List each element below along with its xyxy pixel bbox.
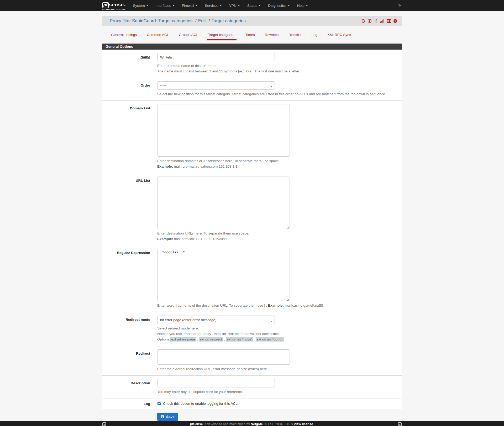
logo-trademark: ® bbox=[124, 5, 125, 7]
redirect-mode-help: Select redirect mode here. Note: if you … bbox=[157, 326, 402, 342]
panel-title: General Options bbox=[102, 44, 402, 50]
tab[interactable]: Log bbox=[307, 30, 323, 40]
redirect-option-token: ext url redirect bbox=[199, 337, 223, 342]
name-input[interactable] bbox=[157, 53, 275, 61]
tab[interactable]: Rewrites bbox=[260, 30, 284, 40]
url-list-row: URL List Enter destination URLs here. To… bbox=[102, 173, 402, 246]
chevron-down-icon bbox=[288, 5, 290, 6]
breadcrumb: Proxy filter SquidGuard: Target categori… bbox=[107, 18, 246, 24]
tab[interactable]: General settings bbox=[106, 30, 142, 40]
chevron-down-icon bbox=[195, 5, 197, 6]
stop-service-icon[interactable] bbox=[368, 19, 372, 23]
breadcrumb-separator: / bbox=[209, 18, 210, 23]
logo-edition-text: COMMUNITY EDITION bbox=[102, 8, 126, 10]
redirect-row: Redirect Enter the external redirection … bbox=[102, 346, 402, 376]
breadcrumb-separator: / bbox=[195, 18, 197, 23]
order-select-wrap: ----- bbox=[157, 83, 275, 87]
top-navbar: pf sense ® COMMUNITY EDITION System Inte… bbox=[0, 0, 504, 11]
help-icon[interactable]: ? bbox=[393, 19, 397, 23]
regular-expression-label: Regular Expression bbox=[102, 249, 150, 308]
navbar-menu-item[interactable]: Interfaces bbox=[152, 0, 178, 11]
footer: ▲ pfSense is developed and maintained by… bbox=[0, 421, 504, 426]
redirect-help: Enter the external redirection URL, erro… bbox=[157, 366, 402, 372]
description-row: Description You may enter any descriptio… bbox=[102, 376, 402, 398]
related-log-icon[interactable] bbox=[387, 19, 391, 23]
header-action-icons: ? bbox=[361, 19, 397, 23]
view-license-link[interactable]: View license. bbox=[294, 422, 314, 426]
redirect-label: Redirect bbox=[102, 349, 150, 372]
navbar-menu-item[interactable]: System bbox=[129, 0, 152, 11]
order-label: Order bbox=[102, 81, 150, 97]
tab-bar: General settings Common ACL Groups ACL T… bbox=[102, 30, 402, 40]
tab[interactable]: Times bbox=[240, 30, 260, 40]
navbar-menu-item[interactable]: Firewall bbox=[178, 0, 201, 11]
breadcrumb-link[interactable]: Target categories bbox=[212, 18, 246, 23]
breadcrumb-link[interactable]: Edit bbox=[198, 18, 206, 23]
footer-text: pfSense is developed and maintained by N… bbox=[190, 422, 314, 426]
tab[interactable]: Groups ACL bbox=[174, 30, 203, 40]
name-row: Name Enter a unique name of this rule he… bbox=[102, 50, 402, 78]
redirect-option-token: ext url as 'found'. bbox=[256, 337, 284, 342]
chevron-down-icon bbox=[172, 5, 175, 6]
chevron-down-icon bbox=[238, 5, 240, 6]
chevron-down-icon bbox=[220, 5, 222, 6]
chevron-down-icon bbox=[306, 5, 308, 6]
navbar-menu-item[interactable]: Diagnostics bbox=[264, 0, 293, 11]
redirect-mode-row: Redirect mode int error page (enter erro… bbox=[102, 312, 402, 346]
page: pf sense ® COMMUNITY EDITION System Inte… bbox=[0, 0, 504, 426]
redirect-option-token: ext url err page bbox=[170, 337, 196, 342]
sign-out-icon[interactable] bbox=[397, 3, 402, 8]
save-icon bbox=[161, 415, 164, 418]
regular-expression-row: Regular Expression .*google\..* Enter wo… bbox=[102, 245, 402, 312]
pfsense-logo[interactable]: pf sense ® COMMUNITY EDITION bbox=[102, 0, 126, 11]
tab[interactable]: Blacklist bbox=[284, 30, 307, 40]
general-options-panel: General Options Name Enter a unique name… bbox=[102, 44, 402, 409]
tab[interactable]: Common ACL bbox=[142, 30, 174, 40]
redirect-mode-label: Redirect mode bbox=[102, 316, 150, 342]
description-help: You may enter any description here for y… bbox=[157, 389, 402, 395]
name-label: Name bbox=[102, 53, 150, 74]
navbar-menu-item[interactable]: VPN bbox=[225, 0, 244, 11]
url-list-label: URL List bbox=[102, 177, 150, 242]
redirect-mode-select[interactable]: int error page (enter error message) bbox=[157, 316, 275, 324]
redirect-textarea[interactable] bbox=[157, 349, 290, 365]
status-graph-icon[interactable] bbox=[380, 19, 385, 23]
scroll-top-left-icon[interactable]: ▲ bbox=[102, 422, 106, 426]
redirect-option-token: ext url as 'move' bbox=[226, 337, 253, 342]
restart-service-icon[interactable] bbox=[361, 19, 365, 23]
domain-list-help: Enter destination domains or IP-addresse… bbox=[157, 158, 402, 169]
log-label: Log bbox=[102, 401, 150, 406]
order-row: Order ----- Select the new position for … bbox=[102, 78, 402, 101]
netgate-link[interactable]: Netgate. bbox=[251, 422, 264, 426]
breadcrumb-link[interactable]: Proxy filter SquidGuard: Target categori… bbox=[110, 18, 192, 23]
redirect-mode-options-line: Options:ext url err page , ext url redir… bbox=[157, 337, 402, 342]
logo-sense-text: sense bbox=[109, 2, 124, 8]
order-select[interactable]: ----- bbox=[157, 81, 275, 90]
logo-pf-mark: pf bbox=[102, 2, 109, 8]
tab[interactable]: XMLRPC Sync bbox=[322, 30, 356, 40]
regular-expression-textarea[interactable]: .*google\..* bbox=[157, 249, 290, 301]
tab[interactable]: Target categories bbox=[203, 30, 240, 40]
page-header-bar: Proxy filter SquidGuard: Target categori… bbox=[102, 16, 402, 26]
domain-list-row: Domain List Enter destination domains or… bbox=[102, 101, 402, 173]
log-checkbox[interactable] bbox=[158, 402, 161, 405]
name-help: Enter a unique name of this rule here. T… bbox=[157, 63, 402, 74]
related-settings-icon[interactable] bbox=[374, 19, 378, 23]
chevron-down-icon bbox=[146, 5, 148, 6]
navbar-menu-item[interactable]: Status bbox=[244, 0, 264, 11]
svg-text:?: ? bbox=[395, 20, 396, 23]
navbar-menu-item[interactable]: Services bbox=[201, 0, 225, 11]
regular-expression-help: Enter word fragments of the destination … bbox=[157, 303, 402, 308]
scroll-top-right-icon[interactable]: ▲ bbox=[398, 422, 402, 426]
save-button[interactable]: Save bbox=[157, 413, 178, 421]
order-help: Select the new position for this target … bbox=[157, 92, 402, 97]
log-checkbox-text: Check this option to enable logging for … bbox=[163, 402, 238, 406]
navbar-menu-item[interactable]: Help bbox=[293, 0, 312, 11]
url-list-help: Enter destination URLs here. To separate… bbox=[157, 231, 402, 242]
domain-list-textarea[interactable] bbox=[157, 104, 290, 157]
navbar-menu: System Interfaces Firewall Services VPN … bbox=[129, 0, 312, 11]
url-list-textarea[interactable] bbox=[157, 177, 290, 229]
chevron-down-icon bbox=[259, 5, 261, 6]
redirect-mode-select-wrap: int error page (enter error message) bbox=[157, 317, 275, 322]
description-input[interactable] bbox=[157, 379, 275, 387]
